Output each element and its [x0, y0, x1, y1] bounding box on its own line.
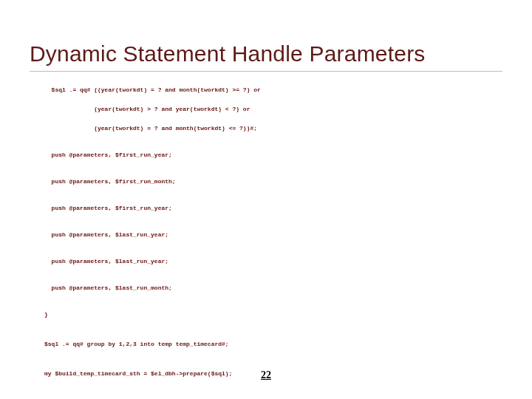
code-line: push @parameters, $first_run_year;	[44, 151, 172, 158]
slide: Dynamic Statement Handle Parameters $sql…	[0, 0, 532, 399]
code-line: push @parameters, $last_run_year;	[44, 231, 168, 238]
title-divider	[30, 71, 502, 72]
code-line: (year(tworkdt) > ? and year(tworkdt) < ?…	[44, 106, 250, 112]
code-line: $sql .= qq# ((year(tworkdt) = ? and mont…	[44, 86, 261, 93]
code-line: push @parameters, $first_run_year;	[44, 205, 172, 211]
code-block: $sql .= qq# ((year(tworkdt) = ? and mont…	[44, 81, 495, 399]
code-line: $sql .= qq# group by 1,2,3 into temp tem…	[44, 341, 229, 347]
code-line: push @parameters, $last_run_year;	[44, 258, 168, 265]
code-line: }	[44, 311, 48, 318]
page-number: 22	[0, 369, 532, 381]
code-line: push @parameters, $first_run_month;	[44, 178, 176, 185]
code-line: (year(tworkdt) = ? and month(tworkdt) <=…	[44, 125, 257, 132]
slide-title: Dynamic Statement Handle Parameters	[30, 41, 426, 66]
code-line: push @parameters, $last_run_month;	[44, 284, 172, 291]
